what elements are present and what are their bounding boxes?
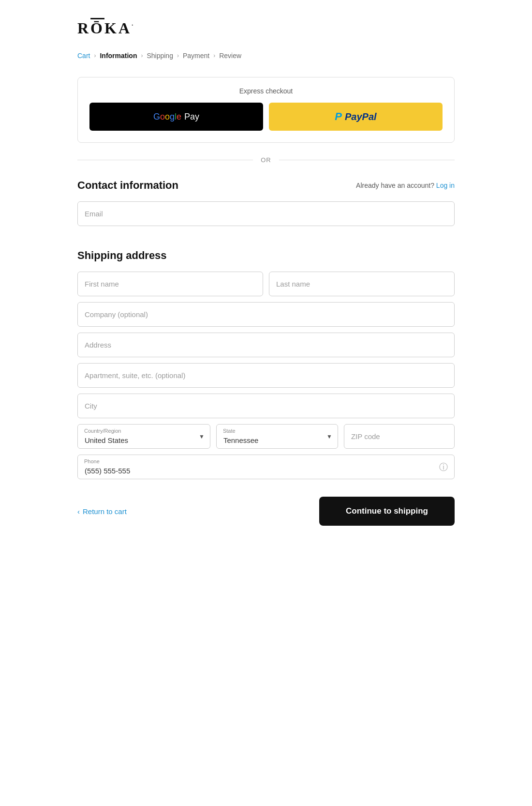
login-link[interactable]: Log in xyxy=(436,182,455,189)
breadcrumb-information: Information xyxy=(100,52,137,60)
login-prompt: Already have an account? Log in xyxy=(356,182,455,189)
zip-input[interactable] xyxy=(344,424,455,449)
contact-section-title: Contact information xyxy=(77,179,178,192)
brand-logo[interactable]: RŌKA· xyxy=(77,19,455,37)
divider-text: OR xyxy=(261,156,271,164)
last-name-input[interactable] xyxy=(269,272,455,296)
zip-wrapper xyxy=(344,424,455,449)
phone-wrapper: Phone ⓘ xyxy=(77,455,455,479)
email-input[interactable] xyxy=(77,201,455,226)
contact-information-section: Contact information Already have an acco… xyxy=(77,179,455,232)
phone-input[interactable] xyxy=(77,455,455,479)
country-label: Country/Region xyxy=(84,428,121,434)
return-to-cart-link[interactable]: ‹ Return to cart xyxy=(77,507,127,516)
first-name-input[interactable] xyxy=(77,272,263,296)
continue-to-shipping-button[interactable]: Continue to shipping xyxy=(319,497,455,526)
location-row: Country/Region United States ▼ State Ten… xyxy=(77,424,455,449)
login-prompt-text: Already have an account? xyxy=(356,182,434,189)
chevron-icon: › xyxy=(141,52,143,59)
google-g-icon: Google xyxy=(153,112,181,122)
country-select-wrapper: Country/Region United States ▼ xyxy=(77,424,210,449)
shipping-address-title: Shipping address xyxy=(77,249,455,262)
city-input[interactable] xyxy=(77,394,455,418)
shipping-address-section: Shipping address Country/Region United S… xyxy=(77,249,455,479)
or-divider: OR xyxy=(77,156,455,164)
apartment-input[interactable] xyxy=(77,363,455,388)
breadcrumb-shipping: Shipping xyxy=(147,52,173,60)
chevron-icon: › xyxy=(213,52,215,59)
logo-area: RŌKA· xyxy=(77,19,455,37)
breadcrumb: Cart › Information › Shipping › Payment … xyxy=(77,52,455,60)
help-circle-icon[interactable]: ⓘ xyxy=(439,461,448,473)
name-row xyxy=(77,272,455,302)
paypal-label: PayPal xyxy=(345,111,377,122)
breadcrumb-cart[interactable]: Cart xyxy=(77,52,90,60)
return-cart-label: Return to cart xyxy=(83,507,127,516)
paypal-button[interactable]: P PayPal xyxy=(269,103,443,131)
phone-label: Phone xyxy=(84,458,100,464)
google-pay-button[interactable]: Google Pay xyxy=(89,103,263,131)
chevron-left-icon: ‹ xyxy=(77,507,80,516)
form-footer: ‹ Return to cart Continue to shipping xyxy=(77,497,455,526)
express-checkout-title: Express checkout xyxy=(89,87,443,95)
gpay-label: Pay xyxy=(184,112,199,122)
address-input[interactable] xyxy=(77,333,455,357)
state-select-wrapper: State Tennessee ▼ xyxy=(216,424,338,449)
express-buttons-row: Google Pay P PayPal xyxy=(89,103,443,131)
state-label: State xyxy=(223,428,236,434)
breadcrumb-review: Review xyxy=(219,52,241,60)
chevron-icon: › xyxy=(94,52,96,59)
breadcrumb-payment: Payment xyxy=(183,52,209,60)
paypal-p-icon: P xyxy=(335,110,342,123)
company-input[interactable] xyxy=(77,302,455,327)
chevron-icon: › xyxy=(177,52,179,59)
express-checkout-section: Express checkout Google Pay P PayPal xyxy=(77,77,455,143)
contact-section-header: Contact information Already have an acco… xyxy=(77,179,455,192)
